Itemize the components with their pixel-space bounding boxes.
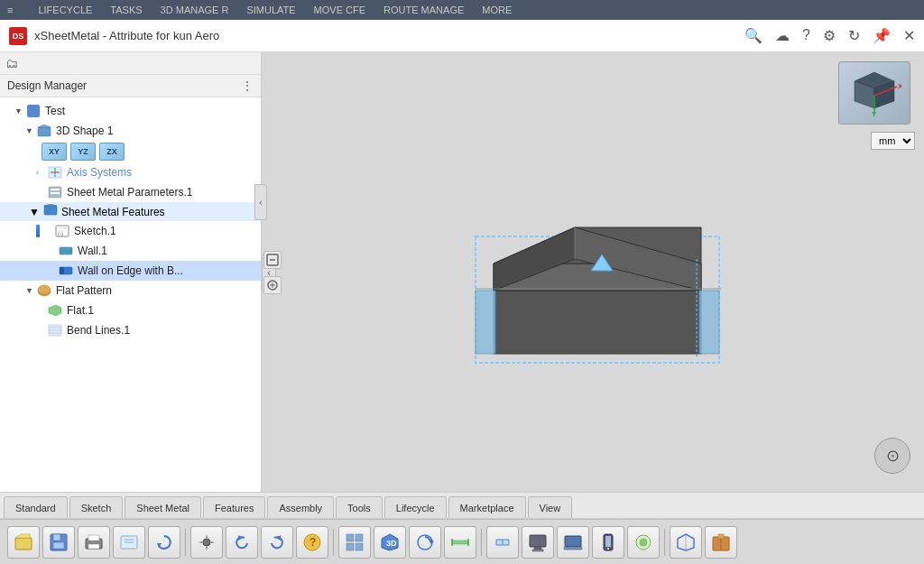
tree-item-flat-pattern[interactable]: ▼ Flat Pattern [0, 281, 261, 300]
params-label: Sheet Metal Parameters.1 [67, 186, 192, 199]
tree-item-sketch[interactable]: (-) Sketch.1 [0, 221, 261, 241]
3dshape-icon [36, 124, 52, 138]
tree-item-wall-edge[interactable]: Wall on Edge with B... [0, 261, 261, 281]
toolbar-btn-undo[interactable] [226, 526, 258, 559]
tree-item-axis[interactable]: › Axis Systems [0, 162, 261, 182]
tree-item-bend[interactable]: Bend Lines.1 [0, 320, 261, 340]
tree-item-features[interactable]: ▼ Sheet Metal Features [0, 202, 261, 221]
navigation-cube[interactable]: X Y [838, 61, 915, 134]
toolbar-btn-flat[interactable] [486, 526, 519, 559]
tree-item-flat1[interactable]: Flat.1 [0, 300, 261, 320]
wall-edge-icon [58, 264, 74, 278]
flat-pattern-label: Flat Pattern [56, 284, 112, 297]
menu-3dmanager[interactable]: 3D MANAGE R [161, 5, 229, 15]
toolbar-btn-redo[interactable] [261, 526, 293, 559]
tab-tools[interactable]: Tools [336, 496, 383, 518]
tree-item-test[interactable]: ▼ Test [0, 101, 261, 121]
svg-marker-1 [38, 125, 51, 127]
svg-point-88 [640, 539, 647, 546]
settings-icon[interactable]: ⚙ [823, 27, 836, 44]
help-icon[interactable]: ? [802, 27, 810, 44]
toolbar-btn-refresh[interactable] [148, 526, 180, 559]
svg-rect-8 [44, 206, 57, 215]
zx-plane-icon[interactable]: ZX [99, 143, 125, 161]
cloud-icon[interactable]: ☁ [775, 27, 790, 44]
tab-standard[interactable]: Standard [4, 496, 68, 518]
arrow-flat-pattern: ▼ [25, 286, 36, 295]
xy-plane-icon[interactable]: XY [42, 143, 67, 161]
tab-marketplace[interactable]: Marketplace [448, 496, 526, 518]
3d-viewport-content [439, 173, 746, 372]
plane-icons-row: XY YZ ZX [0, 141, 261, 162]
wall-icon [58, 244, 74, 258]
toolbar-btn-help[interactable]: ? [296, 526, 328, 559]
hamburger-menu[interactable]: ≡ [7, 5, 13, 15]
left-panel: 🗂 Design Manager ⋮ ▼ Test ▼ 3D Shape 1 [0, 52, 262, 492]
toolbar-btn-display[interactable] [627, 526, 660, 559]
arrow-axis: › [36, 168, 47, 177]
compass-button[interactable]: ⊙ [874, 438, 910, 474]
panel-collapse-arrow[interactable]: ‹ [254, 184, 267, 220]
tab-lifecycle[interactable]: Lifecycle [384, 496, 447, 518]
flat1-icon [47, 303, 63, 318]
left-side-tools [263, 251, 282, 294]
toolbar-btn-package[interactable] [705, 526, 737, 559]
menu-routemanage[interactable]: ROUTE MANAGE [383, 5, 464, 15]
toolbar-btn-grid[interactable] [338, 526, 371, 559]
menu-tasks[interactable]: TASKS [110, 5, 142, 15]
3d-shape-svg [439, 173, 746, 372]
menu-simulate[interactable]: SIMULATE [246, 5, 295, 15]
unit-selector[interactable]: mm cm in [871, 132, 915, 150]
tab-sheetmetal[interactable]: Sheet Metal [125, 496, 201, 518]
tree-item-wall[interactable]: Wall.1 [0, 241, 261, 261]
menu-more[interactable]: MORE [482, 5, 512, 15]
svg-rect-85 [605, 536, 611, 547]
menu-lifecycle[interactable]: LIFECYCLE [38, 5, 92, 15]
separator-4 [664, 529, 665, 556]
toolbar-btn-open[interactable] [7, 526, 40, 559]
tab-sketch[interactable]: Sketch [69, 496, 124, 518]
panel-header: Design Manager ⋮ [0, 75, 261, 97]
toolbar-btn-desktop[interactable] [522, 526, 554, 559]
side-tool-2[interactable] [263, 276, 282, 294]
toolbar-btn-rotate[interactable] [409, 526, 441, 559]
side-tool-1[interactable] [263, 251, 282, 269]
toolbar-btn-measure[interactable] [444, 526, 476, 559]
toolbar-btn-settings[interactable] [190, 526, 223, 559]
svg-rect-17 [60, 267, 64, 274]
toolbar-btn-3d[interactable]: 3D [374, 526, 406, 559]
yz-plane-icon[interactable]: YZ [70, 143, 96, 161]
viewport-area: ‹ [262, 52, 924, 492]
toolbar-btn-mobile[interactable] [592, 526, 624, 559]
toolbar-btn-laptop[interactable] [557, 526, 589, 559]
toolbar-btn-box[interactable] [670, 526, 702, 559]
tree-container: ▼ Test ▼ 3D Shape 1 XY YZ ZX [0, 97, 261, 492]
tree-item-params[interactable]: Sheet Metal Parameters.1 [0, 182, 261, 202]
panel-menu-icon[interactable]: ⋮ [241, 79, 254, 93]
refresh-icon[interactable]: ↻ [848, 27, 860, 44]
toolbar-btn-cut[interactable] [113, 526, 145, 559]
panel-tree-icon[interactable]: 🗂 [5, 56, 18, 70]
svg-rect-6 [51, 189, 60, 190]
pin-icon[interactable]: 📌 [873, 27, 891, 44]
unit-dropdown[interactable]: mm cm in [871, 132, 915, 150]
toolbar-btn-print[interactable] [78, 526, 110, 559]
test-label: Test [45, 105, 65, 117]
svg-rect-81 [532, 550, 543, 551]
main-area: 🗂 Design Manager ⋮ ▼ Test ▼ 3D Shape 1 [0, 52, 924, 492]
features-label: Sheet Metal Features [61, 206, 165, 218]
test-icon [25, 104, 42, 118]
params-icon [47, 185, 63, 199]
svg-rect-49 [15, 538, 32, 550]
separator-3 [481, 529, 482, 556]
tab-view[interactable]: View [528, 496, 573, 518]
close-icon[interactable]: ✕ [903, 27, 915, 44]
tab-assembly[interactable]: Assembly [267, 496, 334, 518]
toolbar-btn-save[interactable] [42, 526, 75, 559]
svg-point-86 [607, 548, 609, 550]
menu-movecfe[interactable]: MOVE CFE [314, 5, 365, 15]
tab-features[interactable]: Features [203, 496, 265, 518]
search-icon[interactable]: 🔍 [744, 27, 762, 44]
tree-item-3dshape[interactable]: ▼ 3D Shape 1 [0, 121, 261, 141]
svg-point-61 [203, 539, 210, 546]
